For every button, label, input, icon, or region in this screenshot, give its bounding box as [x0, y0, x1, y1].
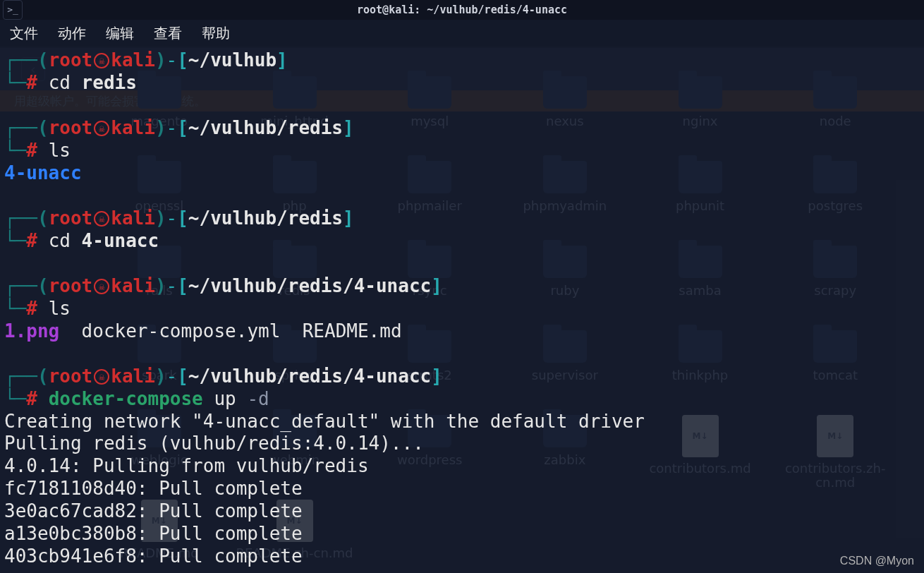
terminal-window[interactable]: >_ root@kali: ~/vulhub/redis/4-unacc 文件 … [0, 0, 924, 573]
menu-help[interactable]: 帮助 [202, 25, 230, 42]
terminal-icon: >_ [3, 0, 23, 20]
menu-view[interactable]: 查看 [154, 25, 182, 42]
watermark: CSDN @Myon⁣ [840, 555, 914, 567]
title-bar[interactable]: >_ root@kali: ~/vulhub/redis/4-unacc [0, 0, 924, 20]
menu-action[interactable]: 动作 [58, 25, 86, 42]
terminal-output[interactable]: ┌──(rootkali)-[~/vulhub] └─# cd redis ┌─… [0, 47, 924, 571]
menu-bar[interactable]: 文件 动作 编辑 查看 帮助 [0, 20, 924, 47]
menu-file[interactable]: 文件 [10, 25, 38, 42]
window-title: root@kali: ~/vulhub/redis/4-unacc [357, 4, 567, 16]
menu-edit[interactable]: 编辑 [106, 25, 134, 42]
